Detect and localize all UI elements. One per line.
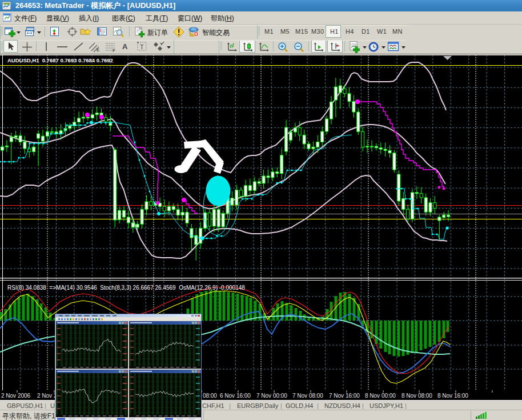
svg-text:E: E xyxy=(97,47,99,53)
svg-text:T: T xyxy=(140,43,144,50)
svg-text:AUDUSD,H1 0.7687 0.7693 0.768: AUDUSD,H1 0.7687 0.7693 0.7684 0.7692 xyxy=(7,57,113,63)
svg-text:F: F xyxy=(113,48,115,53)
svg-text:RSI(8) 34.0838 =>MA(14) 30.95: RSI(8) 34.0838 =>MA(14) 30.9546 Stoch(8,… xyxy=(7,285,245,291)
